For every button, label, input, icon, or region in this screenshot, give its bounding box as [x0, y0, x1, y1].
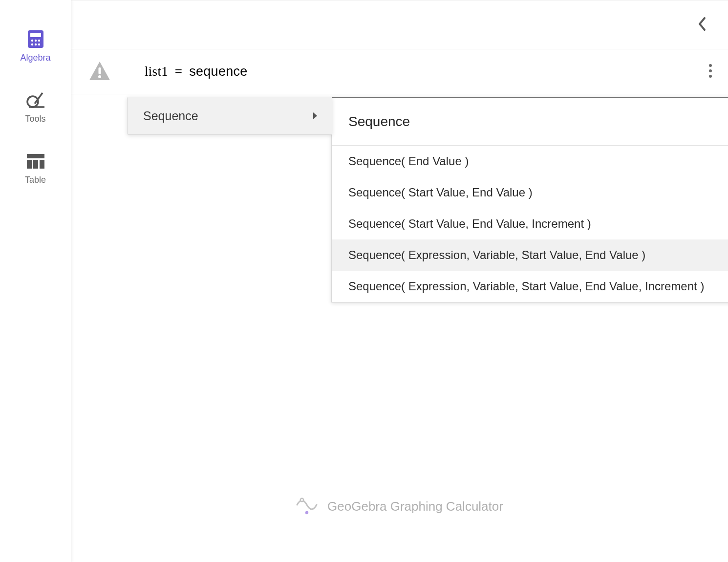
svg-rect-28 — [98, 67, 101, 74]
sidebar: Algebra Tools Table — [0, 0, 71, 562]
svg-rect-10 — [27, 160, 32, 169]
warning-icon — [88, 61, 111, 83]
svg-point-30 — [709, 64, 712, 67]
svg-rect-12 — [40, 160, 44, 169]
expression-variable: list1 — [145, 64, 168, 79]
svg-rect-11 — [33, 160, 38, 169]
svg-rect-1 — [30, 33, 41, 37]
chevron-left-icon — [698, 24, 707, 33]
chevron-right-icon — [312, 109, 318, 123]
autocomplete-syntax-option[interactable]: Sequence( End Value ) — [332, 146, 728, 177]
expression-equals: = — [175, 64, 183, 79]
svg-point-32 — [709, 75, 712, 78]
sidebar-item-algebra[interactable]: Algebra — [0, 29, 71, 63]
row-status — [71, 49, 119, 94]
expression-value: sequence — [189, 64, 248, 79]
sidebar-item-label: Tools — [25, 114, 45, 124]
svg-point-31 — [709, 69, 712, 72]
autocomplete-category-popup: Sequence — [127, 97, 332, 135]
sidebar-item-tools[interactable]: Tools — [0, 90, 71, 124]
viewport: Algebra Tools Table — [0, 0, 728, 562]
autocomplete-syntax-option[interactable]: Sequence( Expression, Variable, Start Va… — [332, 271, 728, 302]
autocomplete-syntax-option[interactable]: Sequence( Expression, Variable, Start Va… — [332, 239, 728, 271]
row-context-menu-button[interactable] — [705, 60, 716, 84]
svg-point-6 — [34, 43, 36, 45]
algebra-expression[interactable]: list1 = sequence — [131, 64, 248, 79]
svg-rect-9 — [27, 154, 44, 158]
more-vertical-icon — [708, 64, 712, 80]
svg-point-3 — [34, 40, 36, 42]
autocomplete-category-label: Sequence — [143, 109, 198, 123]
autocomplete-syntax-popup: Sequence Sequence( End Value )Sequence( … — [331, 97, 728, 303]
topbar — [71, 0, 728, 49]
collapse-panel-button[interactable] — [695, 14, 710, 36]
sidebar-item-table[interactable]: Table — [0, 151, 71, 185]
table-icon — [26, 151, 45, 171]
autocomplete-category-item[interactable]: Sequence — [128, 97, 332, 134]
autocomplete-syntax-option[interactable]: Sequence( Start Value, End Value, Increm… — [332, 208, 728, 239]
graph-logo-icon — [296, 495, 318, 518]
svg-point-33 — [300, 498, 303, 501]
autocomplete-syntax-header: Sequence — [332, 98, 728, 146]
svg-point-4 — [38, 40, 40, 42]
sidebar-item-label: Algebra — [20, 53, 50, 63]
svg-point-29 — [98, 75, 101, 78]
svg-point-5 — [31, 43, 33, 45]
autocomplete-syntax-option[interactable]: Sequence( Start Value, End Value ) — [332, 177, 728, 208]
branding-text: GeoGebra Graphing Calculator — [327, 499, 503, 514]
svg-point-7 — [38, 43, 40, 45]
input-row-left: list1 = sequence — [80, 49, 248, 94]
svg-point-34 — [305, 511, 308, 514]
calculator-icon — [26, 29, 45, 49]
branding: GeoGebra Graphing Calculator — [71, 495, 728, 518]
sidebar-item-label: Table — [25, 175, 46, 185]
tools-icon — [26, 90, 45, 110]
algebra-input-row[interactable]: list1 = sequence — [71, 49, 728, 94]
svg-point-2 — [31, 40, 33, 42]
autocomplete-syntax-list: Sequence( End Value )Sequence( Start Val… — [332, 146, 728, 302]
